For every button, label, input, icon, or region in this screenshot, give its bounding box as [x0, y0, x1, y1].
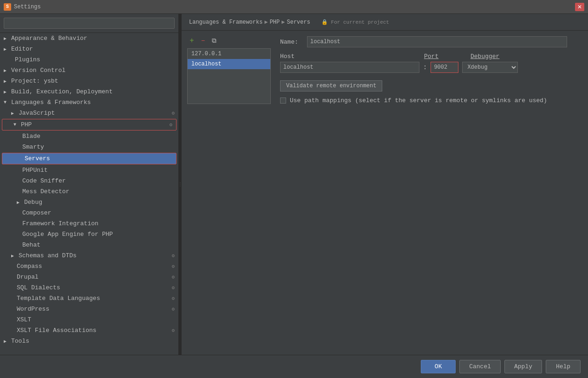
gear-icon: ⚙	[171, 285, 175, 291]
arrow-icon: ▶	[11, 111, 17, 116]
arrow-icon: ▶	[4, 339, 9, 344]
app-icon: S	[4, 3, 11, 11]
name-label: Name:	[280, 39, 303, 46]
gear-icon: ⚙	[171, 295, 175, 301]
path-mapping-row: Use path mappings (select if the server …	[280, 97, 582, 104]
arrow-icon: ▶	[11, 253, 17, 259]
arrow-icon: ▶	[4, 89, 9, 95]
add-server-button[interactable]: +	[187, 36, 196, 45]
search-box	[0, 14, 178, 33]
breadcrumb-part1: Languages & Frameworks	[189, 19, 262, 26]
sidebar-item-debug[interactable]: ▶ Debug	[0, 197, 178, 208]
sidebar: ▶ Appearance & Behavior ▶ Editor Plugins…	[0, 14, 179, 355]
sidebar-item-editor[interactable]: ▶ Editor	[0, 44, 178, 54]
gear-icon: ⚙	[171, 263, 175, 269]
sidebar-item-phpunit[interactable]: PHPUnit	[0, 165, 178, 176]
sidebar-item-project[interactable]: ▶ Project: ysbt	[0, 76, 178, 86]
arrow-icon: ▼	[4, 100, 9, 105]
server-list-item[interactable]: localhost	[188, 59, 270, 69]
port-input[interactable]	[431, 62, 458, 73]
sidebar-item-codesniffer[interactable]: Code Sniffer	[0, 176, 178, 186]
sidebar-item-wordpress[interactable]: WordPress ⚙	[0, 304, 178, 314]
sidebar-item-messdetector[interactable]: Mess Detector	[0, 186, 178, 197]
debugger-column-header: Debugger	[470, 53, 499, 60]
search-input[interactable]	[4, 18, 175, 29]
arrow-icon: ▼	[13, 122, 19, 127]
gear-icon: ⚙	[171, 327, 175, 333]
gear-icon: ⚙	[169, 122, 172, 128]
sidebar-item-behat[interactable]: Behat	[0, 240, 178, 250]
column-headers: Host Port Debugger	[280, 53, 582, 60]
sidebar-item-sqldialects[interactable]: SQL Dialects ⚙	[0, 282, 178, 293]
sidebar-item-schemas[interactable]: ▶ Schemas and DTDs ⚙	[0, 250, 178, 261]
server-ip-label: 127.0.0.1	[188, 49, 270, 59]
path-mapping-label: Use path mappings (select if the server …	[290, 97, 547, 104]
gear-icon: ⚙	[171, 274, 175, 280]
main-container: ▶ Appearance & Behavior ▶ Editor Plugins…	[0, 14, 588, 355]
sidebar-item-servers[interactable]: Servers	[2, 153, 176, 164]
server-list: 127.0.0.1 localhost	[187, 48, 271, 104]
breadcrumb-sep2: ▶	[281, 19, 285, 26]
arrow-icon: ▶	[4, 68, 9, 73]
sidebar-item-smarty[interactable]: Smarty	[0, 142, 178, 152]
apply-button[interactable]: Apply	[504, 360, 542, 373]
debugger-select[interactable]: Xdebug Zend Debugger	[462, 62, 518, 73]
sidebar-item-appearance[interactable]: ▶ Appearance & Behavior	[0, 33, 178, 44]
sidebar-item-templatedata[interactable]: Template Data Languages ⚙	[0, 293, 178, 304]
sidebar-item-compass[interactable]: Compass ⚙	[0, 261, 178, 272]
server-config: Name: Host Port Debugger : Xdebug	[271, 36, 582, 104]
arrow-icon: ▶	[4, 78, 9, 84]
validate-section: Validate remote environment	[280, 78, 582, 91]
server-toolbar: + − ⧉	[187, 36, 271, 45]
host-input[interactable]	[280, 62, 419, 73]
remove-server-button[interactable]: −	[198, 36, 208, 45]
gear-icon: ⚙	[171, 306, 175, 312]
title-bar: S Settings ✕	[0, 0, 588, 14]
sidebar-item-javascript[interactable]: ▶ JavaScript ⚙	[0, 108, 178, 118]
help-button[interactable]: Help	[546, 360, 581, 373]
server-panel: + − ⧉ 127.0.0.1 localhost Name: Ho	[182, 31, 588, 110]
bottom-bar: OK Cancel Apply Help	[0, 355, 588, 378]
title-bar-text: Settings	[14, 4, 41, 10]
sidebar-item-drupal[interactable]: Drupal ⚙	[0, 272, 178, 282]
port-column-header: Port	[424, 53, 461, 60]
gear-icon: ⚙	[171, 110, 175, 116]
copy-server-button[interactable]: ⧉	[209, 36, 219, 45]
path-mapping-checkbox[interactable]	[280, 98, 286, 104]
sidebar-item-tools[interactable]: ▶ Tools	[0, 336, 178, 346]
sidebar-item-xsltfile[interactable]: XSLT File Associations ⚙	[0, 325, 178, 336]
sidebar-item-plugins[interactable]: Plugins	[0, 54, 178, 65]
validate-button[interactable]: Validate remote environment	[280, 80, 382, 91]
sidebar-item-xslt[interactable]: XSLT	[0, 314, 178, 325]
sidebar-item-languages[interactable]: ▼ Languages & Frameworks	[0, 97, 178, 108]
ok-button[interactable]: OK	[421, 360, 456, 373]
sidebar-item-build[interactable]: ▶ Build, Execution, Deployment	[0, 86, 178, 97]
server-list-section: + − ⧉ 127.0.0.1 localhost	[187, 36, 271, 104]
sidebar-item-googleapp[interactable]: Google App Engine for PHP	[0, 229, 178, 240]
content-area: Languages & Frameworks ▶ PHP ▶ Servers 🔒…	[182, 14, 588, 355]
sidebar-item-blade[interactable]: Blade	[0, 131, 178, 142]
arrow-icon: ▶	[17, 200, 22, 205]
arrow-icon: ▶	[4, 46, 9, 52]
config-host-row: : Xdebug Zend Debugger	[280, 62, 582, 73]
sidebar-item-framework[interactable]: Framework Integration	[0, 218, 178, 229]
sidebar-item-php[interactable]: ▼ PHP ⚙	[2, 119, 176, 130]
cancel-button[interactable]: Cancel	[459, 360, 501, 373]
breadcrumb-sep1: ▶	[264, 19, 268, 26]
gear-icon: ⚙	[171, 253, 175, 259]
breadcrumb: Languages & Frameworks ▶ PHP ▶ Servers 🔒…	[182, 14, 588, 31]
breadcrumb-project-label: 🔒 For current project	[321, 19, 389, 25]
arrow-icon: ▶	[4, 36, 9, 41]
close-button[interactable]: ✕	[575, 3, 584, 11]
config-name-row: Name:	[280, 36, 582, 47]
host-column-header: Host	[280, 53, 424, 60]
sidebar-item-composer[interactable]: Composer	[0, 208, 178, 218]
colon-separator: :	[423, 64, 427, 71]
breadcrumb-part3: Servers	[287, 19, 310, 26]
breadcrumb-part2: PHP	[270, 19, 280, 26]
sidebar-item-versioncontrol[interactable]: ▶ Version Control	[0, 65, 178, 76]
name-input[interactable]	[307, 36, 567, 47]
